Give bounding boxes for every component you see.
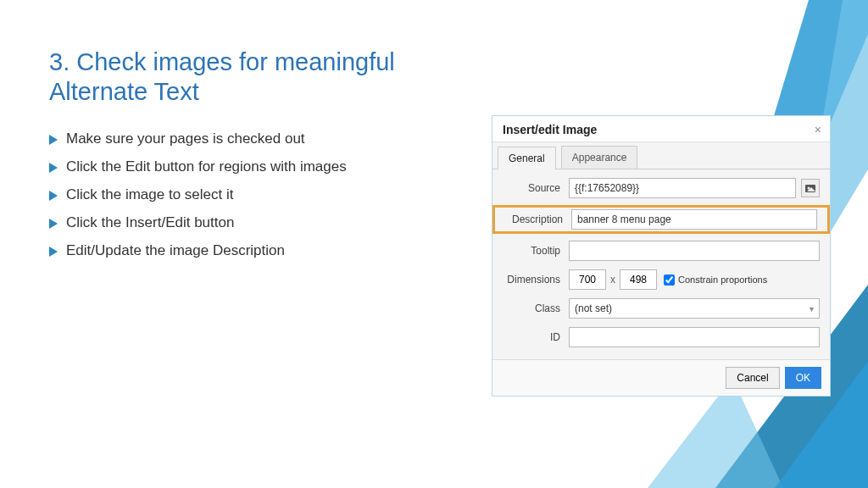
insert-edit-image-dialog: Insert/edit Image × General Appearance S… <box>492 115 831 396</box>
bullet-text: Make sure your pages is checked out <box>66 130 305 147</box>
tab-general[interactable]: General <box>498 147 556 169</box>
bullet-icon <box>49 163 58 173</box>
height-input[interactable] <box>620 269 657 290</box>
chevron-down-icon: ▾ <box>810 304 814 313</box>
label-id: ID <box>503 331 569 343</box>
dialog-tabs: General Appearance <box>492 142 830 169</box>
row-tooltip: Tooltip <box>503 241 820 261</box>
class-value: (not set) <box>575 302 612 314</box>
dialog-title: Insert/edit Image <box>503 123 815 136</box>
bullet-text: Click the Insert/Edit button <box>66 214 234 231</box>
label-dimensions: Dimensions <box>503 274 569 286</box>
row-id: ID <box>503 327 820 347</box>
label-class: Class <box>503 302 569 314</box>
row-description: Description <box>492 205 830 234</box>
id-input[interactable] <box>569 327 820 347</box>
constrain-proportions-checkbox[interactable] <box>664 274 675 286</box>
constrain-text: Constrain proportions <box>678 274 767 285</box>
tab-appearance[interactable]: Appearance <box>561 146 638 169</box>
bullet-icon <box>49 219 58 229</box>
slide-title: 3. Check images for meaningful Alternate… <box>49 47 490 107</box>
bullet-text: Click the image to select it <box>66 186 233 203</box>
ok-button[interactable]: OK <box>785 367 821 389</box>
bullet-text: Edit/Update the image Description <box>66 242 285 259</box>
constrain-proportions-label[interactable]: Constrain proportions <box>664 274 767 286</box>
source-input[interactable] <box>569 178 796 198</box>
browse-icon[interactable] <box>801 179 820 197</box>
label-source: Source <box>503 182 569 194</box>
bullet-text: Click the Edit button for regions with i… <box>66 158 347 175</box>
description-input[interactable] <box>571 209 817 230</box>
dialog-footer: Cancel OK <box>492 359 830 396</box>
bullet-icon <box>49 191 58 201</box>
close-icon[interactable]: × <box>815 123 821 136</box>
row-class: Class (not set) ▾ <box>503 298 820 319</box>
tooltip-input[interactable] <box>569 241 820 261</box>
row-dimensions: Dimensions x Constrain proportions <box>503 269 820 290</box>
cancel-button[interactable]: Cancel <box>726 367 779 389</box>
bullet-icon <box>49 135 58 145</box>
label-tooltip: Tooltip <box>503 245 569 257</box>
bullet-icon <box>49 247 58 257</box>
row-source: Source <box>503 178 820 198</box>
dimensions-x: x <box>610 274 615 286</box>
label-description: Description <box>505 214 571 225</box>
class-select[interactable]: (not set) ▾ <box>569 298 820 319</box>
dialog-body: Source Description Tooltip Dimensions x … <box>492 169 830 359</box>
dialog-titlebar: Insert/edit Image × <box>492 116 830 142</box>
width-input[interactable] <box>569 269 606 290</box>
